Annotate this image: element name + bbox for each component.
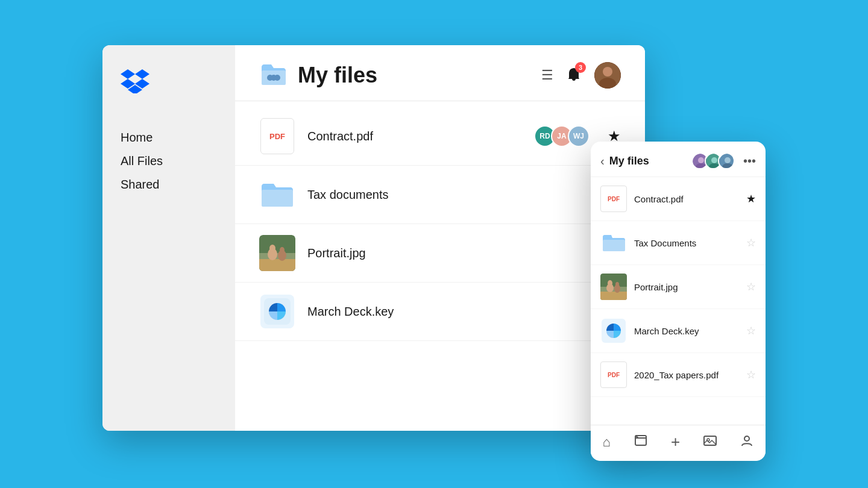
- mobile-file-item-contract[interactable]: PDF Contract.pdf ★: [591, 177, 766, 221]
- svg-point-13: [269, 245, 275, 252]
- collaborators-contract: RD JA WJ: [534, 125, 590, 147]
- pdf-label: PDF: [269, 132, 285, 141]
- mobile-star-contract[interactable]: ★: [746, 192, 756, 205]
- file-name-march-deck: March Deck.key: [307, 305, 621, 319]
- file-thumb-march-deck: [259, 293, 295, 330]
- mobile-file-item-portrait[interactable]: Portrait.jpg ☆: [591, 265, 766, 309]
- file-name-portrait: Portrait.jpg: [307, 246, 621, 260]
- dropbox-logo[interactable]: [121, 69, 217, 96]
- mobile-file-item-tax-papers[interactable]: PDF 2020_Tax papers.pdf ☆: [591, 353, 766, 397]
- mobile-file-item-tax[interactable]: Tax Documents ☆: [591, 221, 766, 265]
- back-button[interactable]: ‹: [600, 154, 605, 168]
- sidebar-item-shared[interactable]: Shared: [121, 173, 217, 196]
- mobile-star-march-deck[interactable]: ☆: [746, 324, 756, 337]
- notification-badge: 3: [575, 62, 586, 73]
- mobile-pdf-label: PDF: [608, 196, 620, 202]
- file-thumb-tax: [259, 177, 295, 213]
- mobile-file-name-portrait: Portrait.jpg: [634, 282, 739, 292]
- file-item-portrait[interactable]: Portrait.jpg: [235, 224, 645, 283]
- file-thumb-portrait: [259, 235, 295, 271]
- mobile-window: ‹ My files: [591, 142, 766, 461]
- page-title: My files: [298, 63, 377, 88]
- file-thumb-contract: PDF: [259, 118, 295, 154]
- mobile-header: ‹ My files: [591, 142, 766, 177]
- header-left: My files: [259, 62, 377, 89]
- mobile-star-tax-papers[interactable]: ☆: [746, 368, 756, 381]
- sidebar-nav: Home All Files Shared: [121, 126, 217, 196]
- mobile-file-item-march-deck[interactable]: March Deck.key ☆: [591, 309, 766, 353]
- mobile-nav-home[interactable]: ⌂: [603, 434, 611, 450]
- svg-rect-10: [259, 259, 295, 271]
- mobile-file-name-contract: Contract.pdf: [634, 194, 739, 204]
- mobile-star-portrait[interactable]: ☆: [746, 280, 756, 293]
- collab-wj: WJ: [568, 125, 590, 147]
- mobile-nav-profile[interactable]: [740, 434, 753, 451]
- mobile-avatars: [691, 152, 735, 169]
- svg-point-5: [603, 67, 612, 77]
- mobile-star-tax[interactable]: ☆: [746, 236, 756, 249]
- mobile-file-name-march-deck: March Deck.key: [634, 326, 739, 336]
- scene: Home All Files Shared: [102, 27, 766, 461]
- mobile-thumb-portrait: [600, 274, 627, 300]
- mobile-nav-photos[interactable]: [703, 434, 717, 451]
- svg-rect-29: [600, 292, 627, 300]
- folder-icon-large: [259, 62, 288, 89]
- mobile-file-list: PDF Contract.pdf ★ Tax Documents ☆: [591, 177, 766, 425]
- svg-point-32: [608, 280, 612, 286]
- mobile-more-button[interactable]: •••: [743, 154, 756, 168]
- svg-rect-26: [603, 240, 625, 251]
- mobile-thumb-tax: [600, 230, 627, 256]
- mobile-page-title: My files: [609, 155, 687, 167]
- mobile-nav-files[interactable]: [634, 434, 647, 451]
- header: My files ☰ 3: [235, 45, 645, 101]
- sidebar: Home All Files Shared: [102, 45, 235, 431]
- mobile-file-name-tax: Tax Documents: [634, 238, 739, 248]
- mobile-bottom-nav: ⌂ +: [591, 425, 766, 461]
- mobile-thumb-tax-papers: PDF: [600, 361, 627, 388]
- mobile-thumb-march-deck: [600, 318, 627, 344]
- notification-bell[interactable]: 3: [565, 66, 582, 85]
- file-name-contract: Contract.pdf: [307, 130, 522, 143]
- svg-point-18: [698, 157, 704, 163]
- mobile-thumb-contract: PDF: [600, 186, 627, 212]
- main-content: My files ☰ 3: [235, 45, 645, 431]
- file-item-tax-documents[interactable]: Tax documents: [235, 166, 645, 224]
- mobile-avatar-3: [718, 152, 735, 169]
- svg-point-24: [725, 157, 731, 163]
- mobile-pdf-label-2: PDF: [608, 372, 620, 378]
- desktop-window: Home All Files Shared: [102, 45, 645, 431]
- file-name-tax: Tax documents: [307, 188, 621, 202]
- mobile-file-name-tax-papers: 2020_Tax papers.pdf: [634, 370, 739, 380]
- svg-point-33: [615, 282, 619, 287]
- file-item-contract[interactable]: PDF Contract.pdf RD JA WJ ★: [235, 107, 645, 166]
- svg-point-38: [744, 436, 749, 441]
- sidebar-item-all-files[interactable]: All Files: [121, 149, 217, 173]
- svg-point-3: [274, 75, 280, 81]
- svg-rect-36: [704, 436, 716, 445]
- svg-rect-7: [262, 190, 293, 207]
- file-item-march-deck[interactable]: March Deck.key: [235, 283, 645, 341]
- menu-icon[interactable]: ☰: [541, 67, 553, 83]
- user-avatar[interactable]: [594, 62, 621, 89]
- file-list: PDF Contract.pdf RD JA WJ ★: [235, 101, 645, 431]
- mobile-nav-add[interactable]: +: [671, 433, 680, 451]
- header-right: ☰ 3: [541, 62, 621, 89]
- svg-point-21: [711, 157, 717, 163]
- sidebar-item-home[interactable]: Home: [121, 126, 217, 149]
- svg-point-14: [280, 247, 285, 253]
